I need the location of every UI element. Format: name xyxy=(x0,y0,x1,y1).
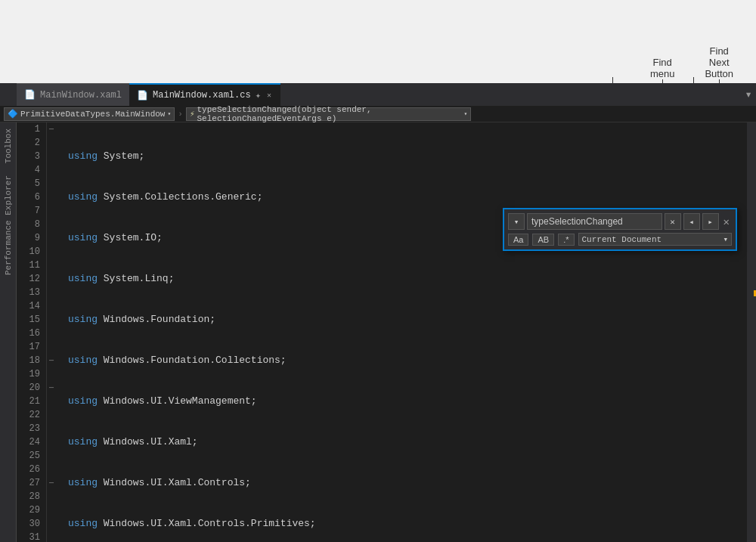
tab-cs-close[interactable]: ✕ xyxy=(265,90,273,101)
find-menu-annotation: Find menu xyxy=(650,57,675,79)
tab-cs[interactable]: 📄 MainWindow.xaml.cs ✦ ✕ xyxy=(129,83,280,106)
collapse-1[interactable]: ─ xyxy=(49,125,58,134)
collapse-27[interactable]: ─ xyxy=(49,479,58,488)
tab-cs-icon: 📄 xyxy=(137,90,148,101)
find-regex-button[interactable]: .* xyxy=(558,234,574,246)
nav-bar: 🔷 PrimitiveDataTypes.MainWindow ▾ › ⚡ ty… xyxy=(0,106,756,122)
code-line-7: using Windows.UI.ViewManagement; xyxy=(68,395,747,408)
class-selector-text: PrimitiveDataTypes.MainWindow xyxy=(20,110,165,119)
collapse-20[interactable]: ─ xyxy=(49,384,58,392)
method-selector[interactable]: ⚡ typeSelectionChanged(object sender, Se… xyxy=(186,107,471,121)
collapse-gutter: ─ ─ xyxy=(47,122,60,542)
tab-cs-modified: ✦ xyxy=(256,90,261,101)
code-line-1: using System; xyxy=(68,150,747,163)
find-next-annotation: Find Next Button xyxy=(705,45,733,79)
collapse-18[interactable]: ─ xyxy=(49,357,58,365)
class-selector[interactable]: 🔷 PrimitiveDataTypes.MainWindow ▾ xyxy=(4,107,175,121)
main-area: Toolbox Performance Explorer 1 2 3 4 5 6… xyxy=(0,122,756,542)
annotation-area: Find menu Find Next Button xyxy=(0,0,756,83)
code-line-4: using System.Linq; xyxy=(68,272,747,286)
tab-bar: 📄 MainWindow.xaml 📄 MainWindow.xaml.cs ✦… xyxy=(0,83,756,106)
find-next-button[interactable]: ▸ xyxy=(702,213,719,230)
tab-xaml-text: MainWindow.xaml xyxy=(40,90,122,101)
code-line-10: using Windows.UI.Xaml.Controls.Primitive… xyxy=(68,517,747,531)
find-search-input[interactable] xyxy=(527,213,662,230)
code-line-2: using System.Collections.Generic; xyxy=(68,190,747,204)
find-bar: ▾ ✕ ◂ ▸ ✕ Aa AB .* Current Document ▾ xyxy=(503,208,737,251)
method-selector-arrow: ▾ xyxy=(464,110,468,117)
tab-xaml-label: 📄 xyxy=(24,89,36,101)
sidebar-tab-toolbox[interactable]: Toolbox xyxy=(2,122,15,169)
find-input-row: ▾ ✕ ◂ ▸ ✕ xyxy=(508,213,732,230)
tab-overflow[interactable]: ▾ xyxy=(745,87,756,102)
sidebar-tab-perf[interactable]: Performance Explorer xyxy=(2,169,15,281)
nav-separator: › xyxy=(176,110,184,119)
find-matchcase-button[interactable]: Aa xyxy=(508,234,528,246)
code-line-9: using Windows.UI.Xaml.Controls; xyxy=(68,476,747,490)
find-options-row: Aa AB .* Current Document ▾ xyxy=(508,233,732,246)
code-line-5: using Windows.Foundation; xyxy=(68,313,747,327)
code-line-8: using Windows.UI.Xaml; xyxy=(68,435,747,449)
line-numbers: 1 2 3 4 5 6 7 8 9 10 11 12 13 14 15 16 1… xyxy=(17,122,47,542)
scrollbar[interactable] xyxy=(747,122,756,542)
code-editor: 1 2 3 4 5 6 7 8 9 10 11 12 13 14 15 16 1… xyxy=(17,122,756,542)
find-scope-text: Current Document xyxy=(582,235,662,244)
sidebar-left: Toolbox Performance Explorer xyxy=(0,122,17,542)
tab-xaml[interactable]: 📄 MainWindow.xaml xyxy=(17,83,129,106)
code-content[interactable]: using System; using System.Collections.G… xyxy=(60,122,747,542)
ide-container: 📄 MainWindow.xaml 📄 MainWindow.xaml.cs ✦… xyxy=(0,83,756,542)
find-close-button[interactable]: ✕ xyxy=(721,215,732,228)
find-prev-button[interactable]: ◂ xyxy=(683,213,700,230)
find-scope-selector[interactable]: Current Document ▾ xyxy=(578,233,733,246)
method-selector-text: typeSelectionChanged(object sender, Sele… xyxy=(197,105,462,123)
find-scope-arrow: ▾ xyxy=(723,234,728,244)
class-selector-arrow: ▾ xyxy=(167,110,171,117)
find-filter-button[interactable]: ▾ xyxy=(508,213,525,230)
find-matchword-button[interactable]: AB xyxy=(532,234,554,246)
find-clear-button[interactable]: ✕ xyxy=(665,213,681,230)
tab-cs-text: MainWindow.xaml.cs xyxy=(153,90,251,101)
code-line-6: using Windows.Foundation.Collections; xyxy=(68,354,747,367)
